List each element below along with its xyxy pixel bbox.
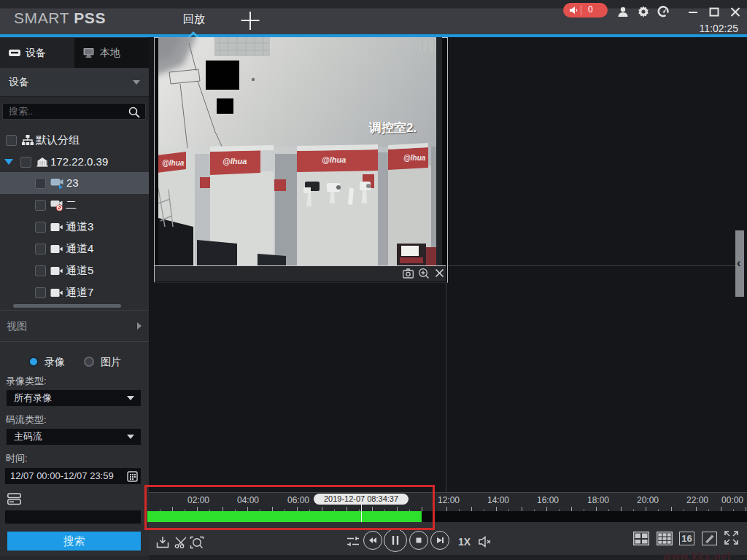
svg-text:@lhua: @lhua (403, 154, 426, 162)
svg-text:@lhua: @lhua (222, 157, 247, 166)
svg-text:@lhua: @lhua (162, 159, 185, 167)
svg-text:调控室2.: 调控室2. (368, 121, 417, 135)
svg-text:@lhua: @lhua (322, 155, 346, 164)
